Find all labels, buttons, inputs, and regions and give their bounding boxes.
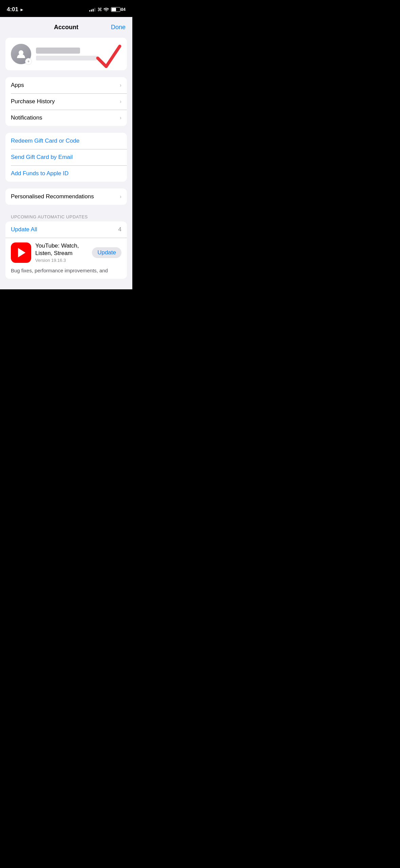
done-button[interactable]: Done [111, 24, 126, 31]
personalised-recommendations-item[interactable]: Personalised Recommendations › [5, 188, 127, 205]
wifi-icon: ⌘ [97, 7, 109, 12]
location-icon: ► [20, 7, 24, 12]
account-email-blurred [36, 56, 97, 60]
chevron-icon: › [120, 82, 121, 88]
signal-bars [89, 7, 95, 12]
purchase-history-item[interactable]: Purchase History › [5, 93, 127, 110]
chevron-icon: › [120, 98, 121, 105]
add-funds-item[interactable]: Add Funds to Apple ID [5, 165, 127, 182]
avatar-plus-badge: + [25, 58, 32, 65]
checkmark-icon [94, 41, 121, 73]
update-all-row[interactable]: Update All 4 [5, 221, 127, 238]
chevron-icon: › [120, 194, 121, 200]
updates-section-header: UPCOMING AUTOMATIC UPDATES [5, 212, 132, 221]
battery-indicator: 34 [111, 7, 126, 12]
main-content: Account Done + [0, 17, 132, 289]
youtube-app-icon [11, 242, 31, 263]
bug-fixes-text: Bug fixes, performance improvements, and [5, 267, 127, 279]
app-version: Version 19.16.3 [35, 258, 88, 263]
app-update-info: YouTube: Watch, Listen, Stream Version 1… [35, 242, 88, 263]
avatar: + [11, 44, 31, 64]
youtube-play-icon [18, 248, 25, 257]
update-all-label[interactable]: Update All [11, 226, 37, 233]
status-time: 4:01 ► [7, 6, 24, 13]
send-gift-card-item[interactable]: Send Gift Card by Email [5, 149, 127, 165]
account-card[interactable]: + [5, 38, 127, 70]
app-name: YouTube: Watch, Listen, Stream [35, 242, 88, 257]
page-title: Account [54, 24, 78, 31]
account-name-blurred [36, 48, 80, 54]
chevron-icon: › [120, 115, 121, 121]
section-gift-card: Redeem Gift Card or Code Send Gift Card … [5, 133, 127, 182]
status-bar: 4:01 ► ⌘ 34 [0, 0, 132, 17]
update-count: 4 [118, 226, 121, 233]
youtube-update-item: YouTube: Watch, Listen, Stream Version 1… [5, 238, 127, 267]
redeem-gift-card-item[interactable]: Redeem Gift Card or Code [5, 133, 127, 149]
update-button[interactable]: Update [92, 247, 121, 258]
notifications-item[interactable]: Notifications › [5, 110, 127, 126]
status-icons: ⌘ 34 [89, 7, 126, 12]
section-updates: Update All 4 YouTube: Watch, Listen, Str… [5, 221, 127, 279]
section-recommendations: Personalised Recommendations › [5, 188, 127, 205]
section-main-menu: Apps › Purchase History › Notifications … [5, 77, 127, 126]
nav-bar: Account Done [0, 17, 132, 35]
apps-item[interactable]: Apps › [5, 77, 127, 93]
